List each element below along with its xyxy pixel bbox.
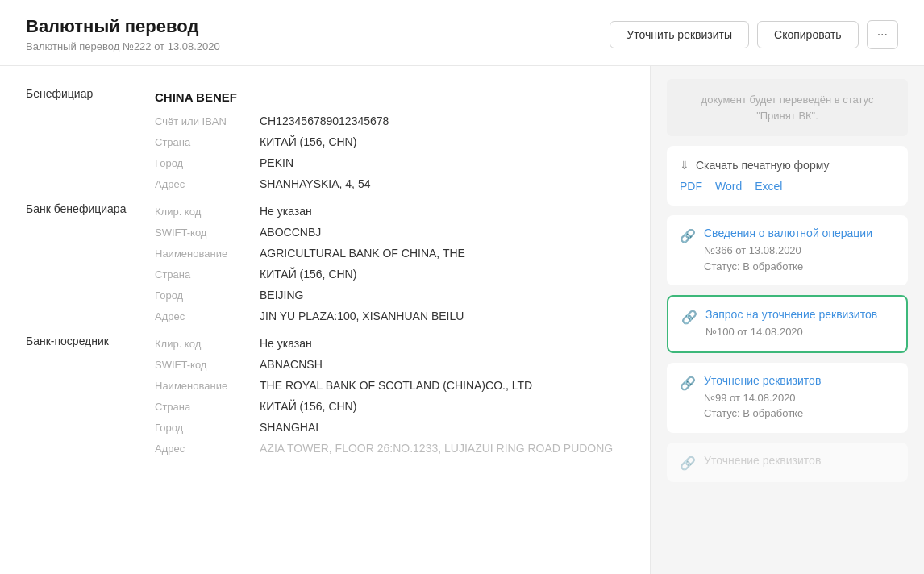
field-name-inter: Наименование THE ROYAL BANK OF SCOTLAND … xyxy=(155,375,624,396)
field-value-city: PEKIN xyxy=(260,156,624,169)
related-info-0: Сведения о валютной операции №366 от 13.… xyxy=(704,227,872,274)
field-country: Страна КИТАЙ (156, CHN) xyxy=(155,131,624,152)
related-info-2: Уточнение реквизитов №99 от 14.08.2020 С… xyxy=(704,374,821,422)
beneficiary-name: CHINA BENEF xyxy=(155,85,624,110)
clarify-button[interactable]: Уточнить реквизиты xyxy=(610,21,749,48)
header-left: Валютный перевод Валютный перевод №222 о… xyxy=(26,16,220,52)
field-value-bic-inter: Не указан xyxy=(260,337,624,350)
intermediary-bank-fields: Клир. код Не указан SWIFT-код ABNACNSH Н… xyxy=(155,333,624,459)
field-country-bank: Страна КИТАЙ (156, CHN) xyxy=(155,264,624,285)
field-label-name: Наименование xyxy=(155,247,260,260)
download-excel-link[interactable]: Excel xyxy=(755,180,782,193)
field-value-swift-inter: ABNACNSH xyxy=(260,358,624,371)
field-name: Наименование AGRICULTURAL BANK OF CHINA,… xyxy=(155,243,624,264)
field-swift: SWIFT-код ABOCCNBJ xyxy=(155,222,624,243)
field-label-name-inter: Наименование xyxy=(155,380,260,392)
field-address-inter: Адрес AZIA TOWER, FLOOR 26:NO.1233, LUJI… xyxy=(155,438,624,459)
related-title-3: Уточнение реквизитов xyxy=(704,454,821,467)
related-status-2: Статус: В обработке xyxy=(704,407,803,419)
related-info-1: Запрос на уточнение реквизитов №100 от 1… xyxy=(705,308,877,340)
download-card: ⇓ Скачать печатную форму PDF Word Excel xyxy=(667,146,908,206)
field-value-country: КИТАЙ (156, CHN) xyxy=(260,135,624,148)
field-value-address: SHANHAYSKIA, 4, 54 xyxy=(260,177,624,190)
field-label-country-inter: Страна xyxy=(155,401,260,413)
related-number-1: №100 от 14.08.2020 xyxy=(705,326,803,338)
field-value-name-inter: THE ROYAL BANK OF SCOTLAND (CHINA)CO., L… xyxy=(260,379,624,392)
field-label-bic-inter: Клир. код xyxy=(155,338,260,350)
download-title-text: Скачать печатную форму xyxy=(696,159,829,172)
link-icon-2: 🔗 xyxy=(680,376,696,391)
related-card-2: 🔗 Уточнение реквизитов №99 от 14.08.2020… xyxy=(667,363,908,433)
page-subtitle: Валютный перевод №222 от 13.08.2020 xyxy=(26,40,220,52)
field-city: Город PEKIN xyxy=(155,152,624,173)
field-label-city-bank: Город xyxy=(155,289,260,302)
link-icon-1: 🔗 xyxy=(681,310,697,325)
related-meta-2: №99 от 14.08.2020 Статус: В обработке xyxy=(704,390,821,422)
page: Валютный перевод Валютный перевод №222 о… xyxy=(0,0,924,574)
field-value-swift: ABOCCNBJ xyxy=(260,226,624,239)
field-address: Адрес SHANHAYSKIA, 4, 54 xyxy=(155,173,624,194)
field-city-inter: Город SHANGHAI xyxy=(155,417,624,438)
beneficiary-fields: CHINA BENEF Счёт или IBAN CH123456789012… xyxy=(155,85,624,194)
field-label-account: Счёт или IBAN xyxy=(155,115,260,127)
left-panel: Бенефициар CHINA BENEF Счёт или IBAN CH1… xyxy=(0,66,650,574)
field-value-bic: Не указан xyxy=(260,205,624,218)
download-title: ⇓ Скачать печатную форму xyxy=(680,159,895,172)
related-card-1: 🔗 Запрос на уточнение реквизитов №100 от… xyxy=(667,295,908,353)
right-panel: документ будет переведён в статус"Принят… xyxy=(650,66,924,574)
intermediary-bank-label: Банк-посредник xyxy=(26,333,155,459)
field-value-name: AGRICULTURAL BANK OF CHINA, THE xyxy=(260,247,624,260)
field-value-address-bank: JIN YU PLAZA:100, XISANHUAN BEILU xyxy=(260,310,624,322)
header-actions: Уточнить реквизиты Скопировать ··· xyxy=(610,20,898,49)
field-value-city-bank: BEIJING xyxy=(260,289,624,302)
related-meta-0: №366 от 13.08.2020 Статус: В обработке xyxy=(704,243,872,274)
download-arrow-icon: ⇓ xyxy=(680,159,689,172)
related-card-3: 🔗 Уточнение реквизитов xyxy=(667,443,908,482)
main-content: Бенефициар CHINA BENEF Счёт или IBAN CH1… xyxy=(0,66,924,574)
copy-button[interactable]: Скопировать xyxy=(757,21,859,48)
field-country-inter: Страна КИТАЙ (156, CHN) xyxy=(155,396,624,417)
related-title-2[interactable]: Уточнение реквизитов xyxy=(704,374,821,387)
field-address-bank: Адрес JIN YU PLAZA:100, XISANHUAN BEILU xyxy=(155,306,624,327)
info-notice: документ будет переведён в статус"Принят… xyxy=(667,79,908,136)
download-links: PDF Word Excel xyxy=(680,180,895,193)
beneficiary-label: Бенефициар xyxy=(26,85,155,194)
related-number-0: №366 от 13.08.2020 xyxy=(704,244,801,256)
link-icon-0: 🔗 xyxy=(680,228,696,243)
info-notice-text: документ будет переведён в статус"Принят… xyxy=(701,94,874,122)
field-label-address-inter: Адрес xyxy=(155,443,260,455)
field-swift-inter: SWIFT-код ABNACNSH xyxy=(155,354,624,375)
related-title-1[interactable]: Запрос на уточнение реквизитов xyxy=(705,308,877,321)
related-number-2: №99 от 14.08.2020 xyxy=(704,392,796,404)
field-label-address: Адрес xyxy=(155,178,260,190)
download-pdf-link[interactable]: PDF xyxy=(680,180,702,193)
beneficiary-bank-section: Банк бенефициара Клир. код Не указан SWI… xyxy=(26,201,624,327)
intermediary-bank-group: Банк-посредник Клир. код Не указан SWIFT… xyxy=(26,333,624,459)
field-label-city-inter: Город xyxy=(155,422,260,434)
more-button[interactable]: ··· xyxy=(867,20,898,49)
field-label-city: Город xyxy=(155,157,260,169)
related-title-0[interactable]: Сведения о валютной операции xyxy=(704,227,872,239)
beneficiary-bank-label: Банк бенефициара xyxy=(26,201,155,327)
related-status-0: Статус: В обработке xyxy=(704,260,803,272)
beneficiary-bank-fields: Клир. код Не указан SWIFT-код ABOCCNBJ Н… xyxy=(155,201,624,327)
beneficiary-section: Бенефициар CHINA BENEF Счёт или IBAN CH1… xyxy=(26,85,624,194)
related-meta-1: №100 от 14.08.2020 xyxy=(705,324,877,340)
beneficiary-bank-group: Банк бенефициара Клир. код Не указан SWI… xyxy=(26,201,624,327)
field-account: Счёт или IBAN CH123456789012345678 xyxy=(155,110,624,131)
field-value-country-inter: КИТАЙ (156, CHN) xyxy=(260,400,624,413)
field-label-address-bank: Адрес xyxy=(155,310,260,322)
page-title: Валютный перевод xyxy=(26,16,220,37)
field-label-swift: SWIFT-код xyxy=(155,227,260,239)
header: Валютный перевод Валютный перевод №222 о… xyxy=(0,0,924,66)
field-value-city-inter: SHANGHAI xyxy=(260,421,624,434)
field-value-address-inter: AZIA TOWER, FLOOR 26:NO.1233, LUJIAZUI R… xyxy=(260,442,624,455)
beneficiary-group: Бенефициар CHINA BENEF Счёт или IBAN CH1… xyxy=(26,85,624,194)
field-label-bic: Клир. код xyxy=(155,206,260,218)
download-word-link[interactable]: Word xyxy=(715,180,742,193)
field-bic-inter: Клир. код Не указан xyxy=(155,333,624,354)
field-label-country: Страна xyxy=(155,136,260,148)
related-info-3: Уточнение реквизитов xyxy=(704,454,821,470)
field-bic: Клир. код Не указан xyxy=(155,201,624,222)
field-city-bank: Город BEIJING xyxy=(155,285,624,306)
